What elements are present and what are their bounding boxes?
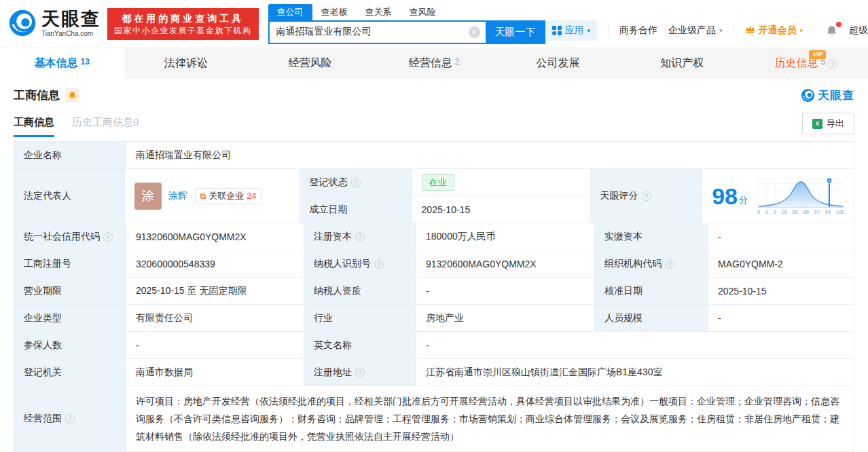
search-tab-company[interactable]: 查公司 [268, 4, 312, 20]
tab-business-info[interactable]: 经营信息2 [372, 48, 496, 79]
subtab-history-registration[interactable]: 历史工商信息0 [72, 116, 139, 137]
company-type-label: 企业类型 [14, 305, 126, 332]
section-header: 工商信息 天眼查 [0, 79, 868, 103]
approval-date-value: 2025-10-15 [708, 278, 854, 305]
search-tabs: 查公司 查老板 查关系 查风险 [268, 4, 545, 20]
link-icon: ⧉ [200, 191, 206, 201]
reg-status-value: 在业 [412, 169, 591, 196]
help-icon[interactable]: ? [642, 191, 651, 201]
score-label: 天眼评分? [591, 169, 703, 223]
industry-value: 房地产业 [416, 305, 595, 332]
table-row: 营业期限 2025-10-15 至 无固定期限 纳税人资质 - 核准日期 202… [14, 278, 854, 305]
search-tab-risk[interactable]: 查风险 [401, 4, 445, 20]
org-code-label: 组织机构代码? [595, 250, 708, 278]
company-tab-bar: 基本信息13 法律诉讼 经营风险 经营信息2 公司发展 知识产权 VIP 历史信… [0, 48, 868, 79]
watermark-logo: 天眼查 [801, 88, 854, 103]
reg-address-label: 注册地址? [304, 359, 416, 386]
industry-label: 行业 [304, 305, 416, 332]
monitor-bell-icon[interactable] [65, 88, 79, 102]
export-button[interactable]: X 导出 [802, 113, 854, 134]
reg-capital-value: 180000万人民币 [416, 223, 595, 250]
paid-capital-label: 实缴资本 [595, 223, 708, 250]
reg-number-label: 工商注册号 [14, 250, 126, 278]
est-date-label: 成立日期 [300, 196, 412, 223]
tab-intellectual-property[interactable]: 知识产权 [620, 48, 744, 79]
search-input[interactable] [268, 20, 486, 44]
help-icon[interactable]: ? [103, 232, 113, 242]
score-axis-labels: 0131550859799100 [757, 209, 844, 215]
credit-code-value: 91320600MAG0YQMM2X [126, 223, 304, 250]
clear-search-icon[interactable]: ✕ [469, 26, 480, 38]
help-icon[interactable]: ? [351, 178, 361, 187]
tab-basic-info[interactable]: 基本信息13 [0, 48, 124, 79]
related-companies-badge[interactable]: ⧉ 关联企业 24 [195, 188, 262, 204]
notification-bell-icon[interactable] [825, 24, 838, 37]
insured-count-value: - [126, 332, 304, 359]
help-icon[interactable]: ? [665, 259, 674, 269]
search-button[interactable]: 天眼一下 [486, 20, 545, 44]
excel-icon: X [812, 119, 822, 129]
help-icon[interactable]: ? [828, 59, 837, 69]
taxpayer-id-value: 91320600MAG0YQMM2X [416, 250, 595, 278]
legal-rep-label: 法定代表人 [14, 169, 125, 223]
promo-line1: 都在用的商业查询工具 [114, 12, 252, 25]
legal-rep-link[interactable]: 涂辉 [168, 190, 187, 202]
brand-name: 天眼查 [41, 10, 101, 29]
tab-company-development[interactable]: 公司发展 [496, 48, 620, 79]
apps-menu[interactable]: 应用 ▾ [545, 20, 598, 41]
score-distribution-chart: 0131550859799100 [757, 176, 844, 215]
company-name-value: 南通招瑞置业有限公司 [126, 142, 854, 169]
help-icon[interactable]: ? [374, 259, 384, 269]
search-tab-relation[interactable]: 查关系 [357, 4, 401, 20]
top-bar: 天眼查 TianYanCha.com 都在用的商业查询工具 国家中小企业发展子基… [0, 0, 868, 48]
section-title: 工商信息 [14, 88, 60, 103]
chevron-down-icon: ▾ [719, 27, 723, 34]
tab-history-info[interactable]: VIP 历史信息 5 ? [744, 48, 868, 79]
taxpayer-id-label: 纳税人识别号? [304, 250, 416, 278]
help-icon[interactable]: ? [65, 414, 75, 423]
table-row: 经营范围? 许可项目：房地产开发经营（依法须经批准的项目，经相关部门批准后方可开… [14, 386, 854, 451]
org-code-value: MAG0YQMM-2 [708, 250, 854, 278]
approval-date-label: 核准日期 [595, 278, 708, 305]
search-tab-boss[interactable]: 查老板 [312, 4, 357, 20]
tab-operational-risk[interactable]: 经营风险 [248, 48, 372, 79]
reg-number-value: 320600000548339 [126, 250, 304, 278]
credit-code-label: 统一社会信用代码? [14, 223, 126, 250]
subtab-business-registration[interactable]: 工商信息 [14, 116, 54, 137]
business-scope-label: 经营范围? [14, 386, 126, 451]
staff-size-label: 人员规模 [595, 305, 708, 332]
brand-domain: TianYanCha.com [41, 30, 101, 37]
legal-rep-avatar[interactable]: 涂 [134, 183, 162, 210]
reg-capital-label: 注册资本? [304, 223, 416, 250]
business-scope-value: 许可项目：房地产开发经营（依法须经批准的项目，经相关部门批准后方可开展经营活动，… [126, 386, 854, 451]
help-icon[interactable]: ? [355, 232, 365, 242]
table-row: 企业类型 有限责任公司 行业 房地产业 人员规模 - [14, 305, 854, 332]
nav-divider [608, 25, 609, 36]
legal-rep-value: 涂 涂辉 ⧉ 关联企业 24 [125, 169, 300, 223]
tianyancha-logo-icon [8, 9, 37, 39]
nav-divider [814, 25, 814, 36]
subtab-row: 工商信息 历史工商信息0 X 导出 [0, 103, 868, 137]
tab-legal-proceedings[interactable]: 法律诉讼 [124, 48, 249, 79]
vip-badge: VIP [809, 50, 826, 59]
reg-status-label: 登记状态? [300, 169, 412, 196]
score-number: 98 [712, 185, 738, 208]
account-menu[interactable]: 超级... ▾ [849, 24, 868, 37]
open-membership-menu[interactable]: 开通会员 ▾ [745, 24, 803, 37]
top-nav: 应用 ▾ 商务合作 企业级产品 ▾ 开通会员 ▾ 超级... ▾ [545, 20, 868, 41]
chevron-down-icon: ▾ [800, 27, 803, 34]
table-row: 参保人数 - 英文名称 - [14, 332, 854, 359]
business-info-table: 企业名称 南通招瑞置业有限公司 法定代表人 涂 涂辉 ⧉ 关联企业 24 登记状… [14, 141, 854, 452]
insured-count-label: 参保人数 [14, 332, 126, 359]
enterprise-products-menu[interactable]: 企业级产品 ▾ [668, 24, 723, 37]
promo-banner: 都在用的商业查询工具 国家中小企业发展子基金旗下机构 [107, 8, 259, 40]
company-name-label: 企业名称 [14, 142, 126, 169]
help-icon[interactable]: ? [355, 368, 365, 377]
table-row: 企业名称 南通招瑞置业有限公司 [14, 142, 854, 169]
business-cooperation-link[interactable]: 商务合作 [619, 24, 657, 37]
tianyancha-logo[interactable]: 天眼查 TianYanCha.com [8, 9, 101, 39]
table-row: 统一社会信用代码? 91320600MAG0YQMM2X 注册资本? 18000… [14, 223, 854, 250]
business-term-label: 营业期限 [14, 278, 126, 305]
notification-dot [836, 22, 842, 27]
promo-line2: 国家中小企业发展子基金旗下机构 [114, 25, 252, 37]
